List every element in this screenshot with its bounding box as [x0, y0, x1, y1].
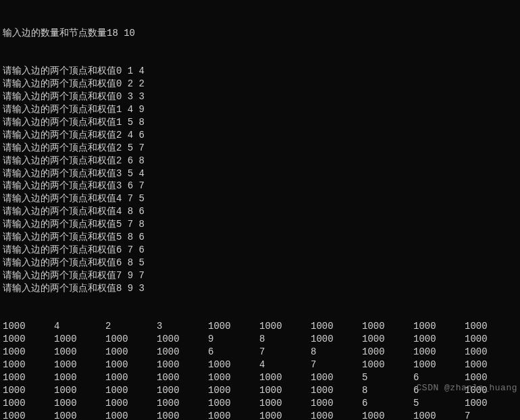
- matrix-cell: 1000: [157, 384, 208, 397]
- edge-value: 5 7 8: [116, 219, 145, 230]
- matrix-cell: 1000: [413, 346, 465, 359]
- matrix-cell: 5: [413, 397, 465, 410]
- matrix-cell: 4: [259, 359, 311, 371]
- matrix-cell: 1000: [54, 333, 105, 346]
- matrix-cell: 8: [259, 333, 311, 346]
- edge-value: 6 8 5: [116, 257, 145, 268]
- edge-line: 请输入边的两个顶点和权值6 8 5: [3, 257, 517, 269]
- header-value: 18 10: [107, 28, 135, 38]
- edge-value: 0 2 2: [116, 78, 145, 89]
- edge-line: 请输入边的两个顶点和权值0 3 3: [3, 90, 517, 103]
- matrix-cell: 1000: [54, 410, 105, 421]
- edge-line: 请输入边的两个顶点和权值3 5 4: [3, 167, 517, 180]
- edge-value: 6 7 6: [116, 244, 145, 255]
- matrix-cell: 1000: [208, 397, 259, 410]
- watermark: CSDN @zhanle_huang: [417, 382, 517, 394]
- matrix-cell: 1000: [362, 410, 413, 421]
- matrix-cell: 3: [157, 320, 208, 333]
- matrix-cell: 2: [105, 320, 157, 333]
- matrix-cell: 1000: [54, 359, 105, 371]
- matrix-cell: 1000: [54, 384, 105, 397]
- matrix-cell: 1000: [208, 371, 259, 384]
- matrix-cell: 1000: [157, 346, 208, 359]
- matrix-cell: 1000: [465, 333, 516, 346]
- edge-value: 0 1 4: [116, 65, 145, 76]
- matrix-cell: 1000: [208, 359, 259, 371]
- matrix-cell: 5: [362, 371, 413, 384]
- matrix-cell: 1000: [465, 346, 516, 359]
- edge-prompt: 请输入边的两个顶点和权值: [3, 219, 116, 230]
- matrix-cell: 1000: [3, 346, 54, 359]
- matrix-cell: 1000: [208, 320, 259, 333]
- matrix-cell: 1000: [362, 359, 413, 371]
- edge-input-lines: 请输入边的两个顶点和权值0 1 4请输入边的两个顶点和权值0 2 2请输入边的两…: [3, 65, 517, 294]
- edge-line: 请输入边的两个顶点和权值4 8 6: [3, 205, 517, 218]
- edge-prompt: 请输入边的两个顶点和权值: [3, 244, 116, 255]
- edge-prompt: 请输入边的两个顶点和权值: [3, 180, 116, 191]
- edge-line: 请输入边的两个顶点和权值4 7 5: [3, 192, 517, 205]
- edge-prompt: 请输入边的两个顶点和权值: [3, 232, 116, 242]
- matrix-row: 1000100010001000981000100010001000: [3, 333, 517, 346]
- edge-prompt: 请输入边的两个顶点和权值: [3, 130, 116, 140]
- matrix-cell: 4: [54, 320, 105, 333]
- edge-prompt: 请输入边的两个顶点和权值: [3, 257, 116, 268]
- edge-prompt: 请输入边的两个顶点和权值: [3, 142, 116, 153]
- matrix-cell: 1000: [3, 384, 54, 397]
- matrix-cell: 1000: [259, 410, 311, 421]
- matrix-cell: 7: [311, 359, 362, 371]
- matrix-cell: 1000: [362, 333, 413, 346]
- matrix-cell: 1000: [105, 371, 157, 384]
- matrix-cell: 1000: [157, 410, 208, 421]
- edge-value: 3 6 7: [116, 180, 145, 191]
- matrix-cell: 1000: [413, 320, 465, 333]
- terminal-output: 输入边的数量和节点数量18 10 请输入边的两个顶点和权值0 1 4请输入边的两…: [0, 0, 520, 420]
- edge-value: 1 5 8: [116, 117, 145, 128]
- matrix-cell: 1000: [105, 410, 157, 421]
- matrix-cell: 1000: [311, 320, 362, 333]
- edge-value: 2 6 8: [116, 155, 145, 166]
- edge-line: 请输入边的两个顶点和权值1 4 9: [3, 103, 517, 116]
- matrix-cell: 1000: [105, 359, 157, 371]
- edge-line: 请输入边的两个顶点和权值8 9 3: [3, 282, 517, 295]
- header-prompt: 输入边的数量和节点数量: [3, 28, 107, 38]
- matrix-cell: 1000: [259, 397, 311, 410]
- matrix-cell: 1000: [3, 320, 54, 333]
- matrix-cell: 1000: [465, 397, 516, 410]
- matrix-cell: 1000: [311, 371, 362, 384]
- adjacency-matrix: 1000423100010001000100010001000100010001…: [3, 320, 517, 420]
- edge-line: 请输入边的两个顶点和权值0 1 4: [3, 65, 517, 78]
- edge-prompt: 请输入边的两个顶点和权值: [3, 193, 116, 204]
- matrix-cell: 1000: [54, 346, 105, 359]
- matrix-cell: 1000: [3, 410, 54, 421]
- edge-prompt: 请输入边的两个顶点和权值: [3, 78, 116, 89]
- matrix-cell: 1000: [3, 359, 54, 371]
- matrix-cell: 1000: [259, 320, 311, 333]
- matrix-cell: 9: [208, 333, 259, 346]
- edge-value: 0 3 3: [116, 91, 145, 102]
- matrix-cell: 1000: [54, 371, 105, 384]
- matrix-cell: 1000: [311, 333, 362, 346]
- matrix-cell: 1000: [311, 384, 362, 397]
- matrix-cell: 1000: [362, 346, 413, 359]
- matrix-cell: 1000: [465, 359, 516, 371]
- edge-line: 请输入边的两个顶点和权值3 6 7: [3, 180, 517, 192]
- matrix-row: 1000100010001000100047100010001000: [3, 359, 517, 371]
- edge-value: 1 4 9: [116, 104, 145, 115]
- matrix-cell: 1000: [413, 410, 465, 421]
- edge-prompt: 请输入边的两个顶点和权值: [3, 155, 116, 166]
- matrix-cell: 1000: [157, 397, 208, 410]
- matrix-cell: 1000: [311, 410, 362, 421]
- edge-value: 7 9 7: [116, 270, 145, 281]
- edge-line: 请输入边的两个顶点和权值5 8 6: [3, 231, 517, 244]
- edge-value: 4 7 5: [116, 193, 145, 204]
- edge-prompt: 请输入边的两个顶点和权值: [3, 104, 116, 115]
- edge-line: 请输入边的两个顶点和权值5 7 8: [3, 218, 517, 231]
- matrix-row: 1000100010001000100010001000651000: [3, 397, 517, 410]
- matrix-cell: 1000: [362, 320, 413, 333]
- matrix-cell: 1000: [105, 397, 157, 410]
- matrix-cell: 6: [208, 346, 259, 359]
- edge-value: 3 5 4: [116, 168, 145, 179]
- edge-value: 4 8 6: [116, 206, 145, 217]
- edge-value: 2 5 7: [116, 142, 145, 153]
- edge-line: 请输入边的两个顶点和权值1 5 8: [3, 116, 517, 129]
